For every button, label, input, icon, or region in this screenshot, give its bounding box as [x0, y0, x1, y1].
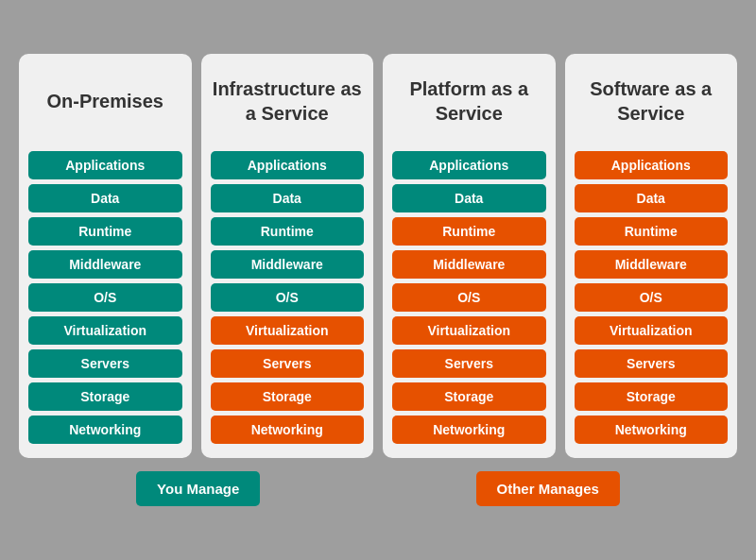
item-badge-storage-iaas: Storage	[211, 382, 365, 411]
main-container: On-PremisesApplicationsDataRuntimeMiddle…	[9, 44, 747, 516]
items-list-on-premises: ApplicationsDataRuntimeMiddlewareO/SVirt…	[28, 151, 182, 444]
item-badge-runtime-paas: Runtime	[392, 217, 546, 246]
column-saas: Software as a ServiceApplicationsDataRun…	[565, 54, 738, 458]
column-title-on-premises: On-Premises	[47, 68, 163, 134]
item-badge-applications-saas: Applications	[575, 151, 729, 179]
item-badge-virtualization-paas: Virtualization	[392, 316, 546, 345]
item-badge-data-paas: Data	[392, 184, 546, 212]
items-list-iaas: ApplicationsDataRuntimeMiddlewareO/SVirt…	[211, 151, 365, 444]
column-title-paas: Platform as a Service	[392, 68, 546, 134]
items-list-saas: ApplicationsDataRuntimeMiddlewareO/SVirt…	[575, 151, 729, 444]
other-manages-badge: Other Manages	[476, 471, 620, 506]
item-badge-storage-paas: Storage	[392, 382, 546, 411]
item-badge-virtualization-iaas: Virtualization	[211, 316, 365, 345]
item-badge-o-s-on-premises: O/S	[28, 283, 182, 312]
item-badge-runtime-saas: Runtime	[575, 217, 729, 246]
item-badge-applications-on-premises: Applications	[28, 151, 182, 179]
item-badge-middleware-iaas: Middleware	[211, 250, 365, 279]
items-list-paas: ApplicationsDataRuntimeMiddlewareO/SVirt…	[392, 151, 546, 444]
item-badge-virtualization-saas: Virtualization	[575, 316, 729, 345]
item-badge-runtime-iaas: Runtime	[211, 217, 365, 246]
item-badge-o-s-iaas: O/S	[211, 283, 365, 312]
you-manage-badge: You Manage	[136, 471, 260, 506]
item-badge-applications-paas: Applications	[392, 151, 546, 179]
item-badge-servers-on-premises: Servers	[28, 349, 182, 378]
column-iaas: Infrastructure as a ServiceApplicationsD…	[201, 54, 374, 458]
item-badge-servers-saas: Servers	[575, 349, 729, 378]
column-title-saas: Software as a Service	[575, 68, 729, 134]
item-badge-o-s-paas: O/S	[392, 283, 546, 312]
item-badge-data-on-premises: Data	[28, 184, 182, 212]
item-badge-servers-paas: Servers	[392, 349, 546, 378]
item-badge-middleware-saas: Middleware	[575, 250, 729, 279]
item-badge-o-s-saas: O/S	[575, 283, 729, 312]
legend-row: You Manage Other Manages	[19, 471, 737, 506]
column-on-premises: On-PremisesApplicationsDataRuntimeMiddle…	[19, 54, 192, 458]
item-badge-virtualization-on-premises: Virtualization	[28, 316, 182, 345]
item-badge-storage-saas: Storage	[575, 382, 729, 411]
column-title-iaas: Infrastructure as a Service	[211, 68, 365, 134]
item-badge-middleware-on-premises: Middleware	[28, 250, 182, 279]
item-badge-networking-saas: Networking	[575, 416, 729, 444]
item-badge-applications-iaas: Applications	[211, 151, 365, 179]
item-badge-networking-on-premises: Networking	[28, 416, 182, 444]
item-badge-networking-paas: Networking	[392, 416, 546, 444]
item-badge-data-iaas: Data	[211, 184, 365, 212]
item-badge-middleware-paas: Middleware	[392, 250, 546, 279]
item-badge-networking-iaas: Networking	[211, 416, 365, 444]
columns-row: On-PremisesApplicationsDataRuntimeMiddle…	[19, 54, 737, 458]
item-badge-data-saas: Data	[575, 184, 729, 212]
item-badge-servers-iaas: Servers	[211, 349, 365, 378]
column-paas: Platform as a ServiceApplicationsDataRun…	[383, 54, 556, 458]
item-badge-runtime-on-premises: Runtime	[28, 217, 182, 246]
item-badge-storage-on-premises: Storage	[28, 382, 182, 411]
